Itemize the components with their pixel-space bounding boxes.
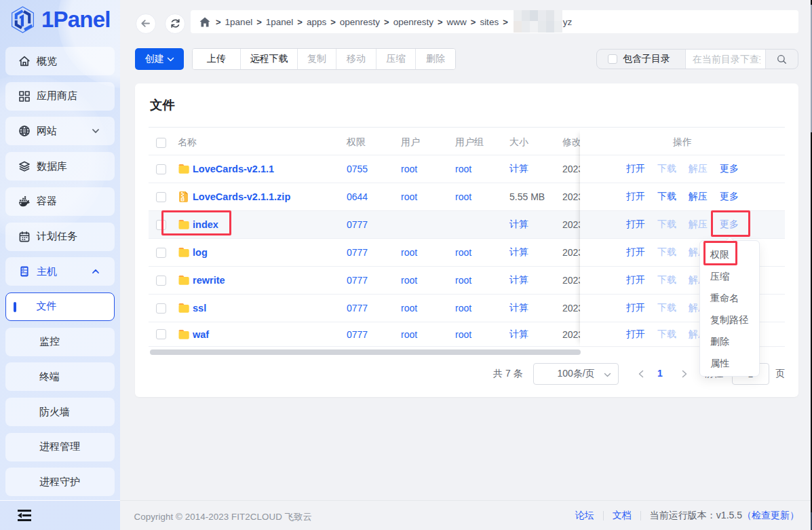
current-page[interactable]: 1 (653, 368, 667, 379)
file-name-link[interactable]: log (193, 239, 208, 266)
docs-link[interactable]: 文档 (613, 510, 632, 522)
page-size-select[interactable]: 100条/页 (533, 363, 619, 385)
file-group-link[interactable]: root (455, 322, 471, 346)
download-link[interactable]: 下载 (657, 163, 676, 175)
file-group-link[interactable]: root (455, 295, 471, 322)
row-checkbox[interactable] (156, 322, 166, 346)
row-checkbox[interactable] (156, 267, 166, 294)
breadcrumb-segment[interactable]: openresty (340, 17, 380, 27)
back-button[interactable] (136, 14, 156, 34)
file-perm-link[interactable]: 0777 (347, 322, 368, 346)
file-perm-link[interactable]: 0777 (347, 267, 368, 294)
file-user-link[interactable]: root (401, 267, 417, 294)
breadcrumb-segment[interactable]: 1panel (266, 17, 294, 27)
open-link[interactable]: 打开 (626, 219, 645, 231)
forum-link[interactable]: 论坛 (575, 510, 594, 522)
menu-item-delete[interactable]: 删除 (700, 331, 759, 353)
more-link[interactable]: 更多 (720, 163, 739, 175)
calc-size-link[interactable]: 计算 (509, 295, 528, 322)
file-name-link[interactable]: rewrite (193, 267, 225, 294)
file-perm-link[interactable]: 0777 (347, 295, 368, 322)
sidebar-item-cron[interactable]: 计划任务 (5, 223, 115, 251)
download-link[interactable]: 下载 (657, 302, 676, 314)
sidebar-item-host[interactable]: 主机 (5, 257, 115, 286)
file-name-link[interactable]: ssl (193, 295, 206, 322)
breadcrumb-segment[interactable]: openresty (393, 17, 433, 27)
collapse-sidebar-icon[interactable] (18, 510, 31, 521)
sidebar-subitem-firewall[interactable]: 防火墙 (5, 398, 115, 426)
menu-item-copy-path[interactable]: 复制路径 (700, 309, 759, 331)
row-checkbox[interactable] (156, 295, 166, 322)
sidebar-subitem-process-guard[interactable]: 进程守护 (5, 468, 115, 496)
sidebar-subitem-monitoring[interactable]: 监控 (5, 328, 115, 356)
row-checkbox[interactable] (156, 155, 166, 183)
next-page-button[interactable] (679, 368, 690, 379)
sidebar-item-app-store[interactable]: 应用商店 (5, 82, 115, 111)
file-user-link[interactable]: root (401, 295, 417, 322)
file-perm-link[interactable]: 0644 (347, 183, 368, 210)
file-group-link[interactable]: root (455, 155, 471, 183)
calc-size-link[interactable]: 计算 (509, 322, 528, 346)
create-button[interactable]: 创建 (135, 48, 184, 70)
file-user-link[interactable]: root (401, 155, 417, 183)
file-perm-link[interactable]: 0755 (347, 155, 368, 183)
breadcrumb-segment[interactable]: yz (563, 17, 573, 27)
open-link[interactable]: 打开 (626, 302, 645, 314)
file-name-link[interactable]: waf (193, 322, 209, 346)
upload-button[interactable]: 上传 (193, 49, 241, 69)
file-group-link[interactable]: root (455, 267, 471, 294)
download-link[interactable]: 下载 (657, 246, 676, 259)
extract-link[interactable]: 解压 (689, 163, 708, 175)
open-link[interactable]: 打开 (626, 191, 645, 203)
search-input[interactable] (693, 54, 760, 64)
file-group-link[interactable]: root (455, 183, 471, 210)
breadcrumb-segment[interactable]: sites (480, 17, 499, 27)
copy-button[interactable]: 复制 (298, 49, 336, 69)
calc-size-link[interactable]: 计算 (509, 239, 528, 266)
extract-link[interactable]: 解压 (689, 191, 708, 203)
include-subdir-checkbox[interactable] (608, 54, 617, 64)
sidebar-subitem-files[interactable]: 文件 (5, 292, 115, 321)
download-link[interactable]: 下载 (657, 328, 676, 341)
download-link[interactable]: 下载 (657, 219, 676, 231)
breadcrumb-segment[interactable]: 1panel (225, 17, 253, 27)
home-icon[interactable] (199, 17, 210, 27)
open-link[interactable]: 打开 (626, 163, 645, 175)
download-link[interactable]: 下载 (657, 191, 676, 203)
breadcrumb-segment[interactable]: www (447, 17, 467, 27)
search-button[interactable] (766, 54, 798, 64)
remote-download-button[interactable]: 远程下载 (241, 49, 298, 69)
open-link[interactable]: 打开 (626, 246, 645, 259)
calc-size-link[interactable]: 计算 (509, 211, 528, 238)
file-user-link[interactable]: root (401, 183, 417, 210)
file-name-link[interactable]: LoveCards-v2.1.1 (193, 155, 274, 183)
file-name-link[interactable]: LoveCards-v2.1.1.zip (193, 183, 290, 210)
breadcrumb-segment[interactable]: apps (307, 17, 326, 27)
delete-button[interactable]: 删除 (416, 49, 455, 69)
calc-size-link[interactable]: 计算 (509, 155, 528, 183)
sidebar-item-container[interactable]: 容器 (5, 187, 115, 216)
refresh-button[interactable] (165, 14, 185, 34)
open-link[interactable]: 打开 (626, 328, 645, 341)
sidebar-item-database[interactable]: 数据库 (5, 152, 115, 181)
col-header-name[interactable]: 名称 (178, 130, 197, 155)
select-all-checkbox[interactable] (156, 130, 166, 155)
prev-page-button[interactable] (636, 368, 646, 379)
sidebar-subitem-process-management[interactable]: 进程管理 (5, 433, 115, 461)
app-logo[interactable]: 1Panel (9, 5, 120, 35)
open-link[interactable]: 打开 (626, 274, 645, 286)
row-checkbox[interactable] (156, 183, 166, 210)
compress-button[interactable]: 压缩 (376, 49, 416, 69)
move-button[interactable]: 移动 (336, 49, 376, 69)
menu-item-properties[interactable]: 属性 (700, 353, 759, 375)
file-user-link[interactable]: root (401, 239, 417, 266)
menu-item-compress[interactable]: 压缩 (700, 266, 759, 288)
sidebar-subitem-terminal[interactable]: 终端 (5, 362, 115, 391)
file-perm-link[interactable]: 0777 (347, 211, 368, 238)
check-update-link[interactable]: （检查更新） (742, 510, 799, 522)
horizontal-scrollbar[interactable] (150, 349, 581, 355)
file-user-link[interactable]: root (401, 322, 417, 346)
extract-link[interactable]: 解压 (689, 219, 708, 231)
more-link[interactable]: 更多 (720, 191, 739, 203)
row-checkbox[interactable] (156, 239, 166, 266)
